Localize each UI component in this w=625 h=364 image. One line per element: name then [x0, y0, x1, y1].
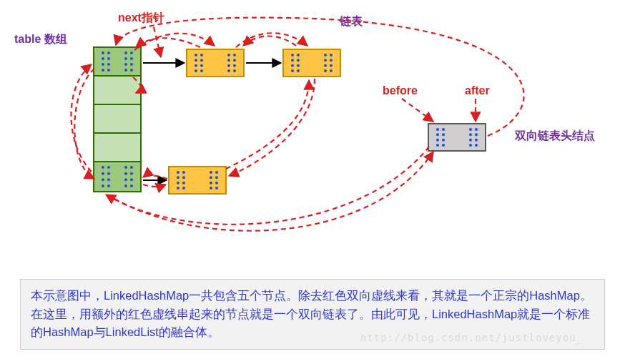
dll-t0-left-down	[74, 69, 94, 179]
dll-t4s-to-n3	[143, 185, 166, 187]
node-2	[282, 49, 341, 77]
dll-t0-to-n1-top	[134, 34, 215, 50]
dll-n3-to-t4s	[143, 175, 167, 179]
dll-n2-to-n3	[229, 79, 315, 176]
table-slot-4	[94, 162, 140, 191]
label-before: before	[383, 84, 418, 97]
dll-n2-to-n1-top	[243, 36, 296, 46]
node-3	[168, 166, 227, 195]
label-linked-list: 链表	[340, 14, 363, 29]
ptr-label-before	[402, 99, 433, 122]
label-after: after	[465, 84, 490, 97]
dll-n1-to-t0-top	[136, 38, 200, 47]
caption-box: 本示意图中，LinkedHashMap一共包含五个节点。除去红色双向虚线来看，其…	[20, 279, 605, 350]
table-slot-3	[94, 134, 140, 162]
watermark: http://blog.csdn.net/justloveyou_	[360, 330, 583, 346]
ptr-label-next	[154, 27, 161, 57]
table-slot-1	[94, 77, 140, 105]
dll-n3-to-n2	[226, 80, 309, 169]
dll-t4-left-up	[72, 64, 92, 172]
linkedhashmap-diagram: table 数组 next指针 链表 before after 双向链表头结点	[0, 0, 625, 265]
label-table-array: table 数组	[14, 32, 67, 47]
table-slot-0	[94, 48, 140, 77]
table-slot-2	[94, 105, 140, 134]
dll-t4-to-head	[114, 152, 433, 231]
node-1	[186, 49, 245, 77]
label-next-pointer: next指针	[118, 11, 164, 26]
table-array	[93, 46, 142, 192]
dll-head-to-t4	[106, 147, 429, 225]
label-dll-head: 双向链表头结点	[515, 129, 595, 144]
dll-head-node	[428, 123, 486, 152]
dll-n1-to-n2-top	[236, 33, 307, 47]
